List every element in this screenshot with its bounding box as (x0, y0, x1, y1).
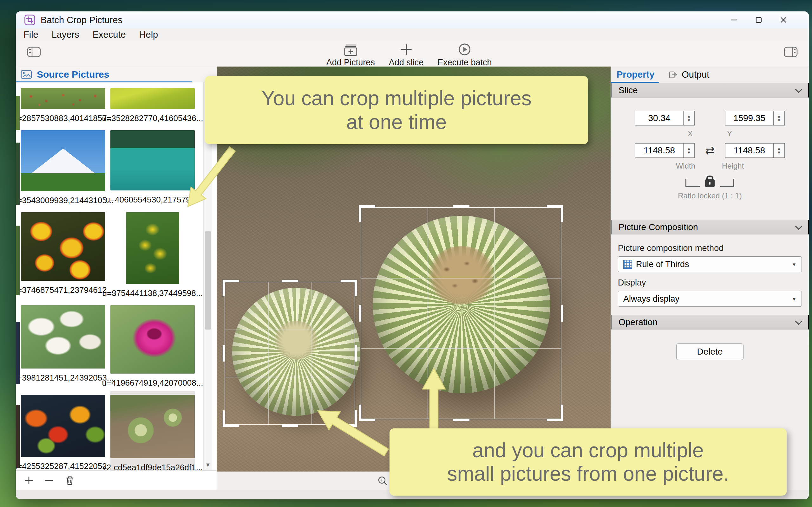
list-item[interactable]: u=4060554530,21757985 (110, 126, 195, 209)
close-button[interactable] (779, 15, 788, 24)
list-item[interactable]: u=2857530883,40141857... (21, 84, 105, 126)
tab-property[interactable]: Property (617, 69, 654, 80)
bracket-right-icon (720, 179, 734, 187)
properties-panel: Property Output Slice (611, 66, 809, 490)
source-pictures-title: Source Pictures (37, 69, 109, 80)
crop-handle[interactable] (359, 405, 375, 421)
crop-handle[interactable] (547, 205, 563, 222)
slice-section-body: ▲▼ ⇄ ▲▼ X Y (611, 98, 809, 209)
grid-line (427, 208, 428, 418)
left-panel-toggle-button[interactable] (27, 46, 41, 58)
source-pictures-header[interactable]: Source Pictures (16, 66, 217, 82)
operation-section-header[interactable]: Operation (611, 315, 809, 330)
scroll-down-icon[interactable]: ▼ (204, 462, 212, 468)
file-name: u=4255325287,41522052... (16, 461, 113, 470)
picture-composition-section-header[interactable]: Picture Composition (611, 220, 809, 234)
grid-line (361, 278, 561, 279)
stepper-down-icon[interactable]: ▼ (777, 118, 781, 122)
stepper-down-icon[interactable]: ▼ (777, 151, 781, 155)
thumbnail-white-lilies (21, 305, 105, 369)
scrollbar-thumb[interactable] (205, 231, 211, 330)
menu-execute[interactable]: Execute (93, 30, 132, 40)
picture-composition-body: Picture composition method Rule of Third… (611, 234, 809, 315)
tab-output[interactable]: Output (668, 69, 709, 80)
panel-tabs: Property Output (611, 66, 809, 83)
slice-section-header[interactable]: Slice (611, 83, 809, 98)
slice-x-stepper[interactable]: ▲▼ (683, 111, 695, 125)
crop-handle[interactable] (223, 280, 239, 296)
chevron-down-icon (795, 318, 803, 325)
menu-help[interactable]: Help (139, 30, 165, 40)
slice-height-input[interactable] (725, 143, 773, 158)
slice-width-stepper[interactable]: ▲▼ (683, 143, 695, 158)
list-item[interactable]: u=4255325287,41522052... (21, 391, 105, 470)
display-dropdown[interactable]: Always display ▼ (618, 291, 802, 307)
source-pictures-panel: Source Pictures u=2857530883,40141857...… (16, 66, 217, 490)
slice-y-stepper[interactable]: ▲▼ (773, 111, 785, 125)
slice-width-field: ▲▼ (635, 143, 695, 158)
thumbnail-yellow-orchid (126, 212, 179, 284)
menu-file[interactable]: File (23, 30, 45, 40)
crop-handle[interactable] (341, 280, 357, 296)
crop-handle[interactable] (223, 345, 225, 361)
file-name: u=3981281451,24392053... (16, 373, 113, 383)
minimize-button[interactable] (729, 15, 739, 24)
menu-layers[interactable]: Layers (52, 30, 86, 40)
crop-handle[interactable] (453, 205, 469, 208)
ratio-lock-control[interactable] (611, 179, 809, 187)
trash-icon[interactable] (64, 475, 75, 486)
crop-handle[interactable] (453, 418, 469, 421)
tooltip-crop-multiple-pictures: You can crop multiple pictures at one ti… (205, 76, 588, 144)
list-item[interactable]: u=4196674919,42070008... (110, 301, 195, 391)
right-panel-toggle-button[interactable] (783, 46, 798, 58)
stepper-down-icon[interactable]: ▼ (687, 118, 691, 122)
file-name: u=3754441138,37449598... (102, 288, 203, 298)
slice-x-input[interactable] (635, 111, 683, 125)
play-circle-icon (457, 42, 472, 57)
crop-handle[interactable] (341, 410, 357, 427)
title-bar[interactable]: Batch Crop Pictures (16, 11, 809, 29)
list-item[interactable]: u=3543009939,21443105... (21, 126, 105, 209)
y-axis-label: Y (727, 129, 732, 138)
crop-handle[interactable] (359, 305, 361, 322)
thumbnail-turquoise-lake (110, 130, 195, 190)
crop-handle[interactable] (359, 205, 375, 222)
grid-line (361, 348, 561, 349)
slice-height-stepper[interactable]: ▲▼ (773, 143, 785, 158)
crop-handle[interactable] (547, 405, 563, 421)
stepper-down-icon[interactable]: ▼ (687, 151, 691, 155)
crop-slice-large[interactable] (361, 207, 561, 419)
composition-method-dropdown[interactable]: Rule of Thirds ▼ (618, 257, 802, 272)
list-item[interactable]: u=3528282770,41605436... (110, 84, 195, 126)
add-pictures-label: Add Pictures (326, 58, 375, 67)
execute-batch-button[interactable]: Execute batch (438, 42, 492, 67)
thumbnail-rapeseed-field (110, 88, 195, 109)
chevron-down-icon (795, 223, 803, 230)
delete-button[interactable]: Delete (676, 343, 744, 360)
list-item[interactable]: u=3754441138,37449598... (110, 209, 195, 301)
tab-output-label: Output (681, 69, 709, 80)
tooltip-line: small pictures from one picture. (390, 462, 786, 486)
add-picture-button[interactable] (23, 475, 34, 486)
slice-width-input[interactable] (635, 143, 683, 158)
crop-handle[interactable] (282, 424, 298, 427)
crop-handle[interactable] (223, 410, 239, 427)
maximize-button[interactable] (754, 15, 763, 24)
zoom-in-icon[interactable] (377, 475, 389, 487)
remove-picture-button[interactable] (44, 475, 55, 486)
list-item-selected[interactable]: v2-cd5ea1df9de15a26df1... (110, 391, 195, 470)
thumbnail-autumn-leaves (21, 395, 105, 457)
crop-handle[interactable] (282, 280, 298, 282)
list-item[interactable]: u=3981281451,24392053... (21, 301, 105, 391)
width-label: Width (676, 162, 695, 170)
list-item[interactable]: u=3746875471,23794612... (21, 209, 105, 301)
crop-handle[interactable] (561, 305, 563, 322)
slice-y-input[interactable] (725, 111, 773, 125)
add-slice-button[interactable]: Add slice (389, 42, 424, 67)
swap-width-height-icon[interactable]: ⇄ (704, 144, 716, 157)
file-name: u=4196674919,42070008... (102, 378, 203, 388)
add-pictures-button[interactable]: Add Pictures (326, 42, 375, 67)
crop-slice-small[interactable] (224, 282, 355, 425)
composition-method-label: Picture composition method (611, 238, 809, 257)
crop-handle[interactable] (355, 345, 357, 361)
